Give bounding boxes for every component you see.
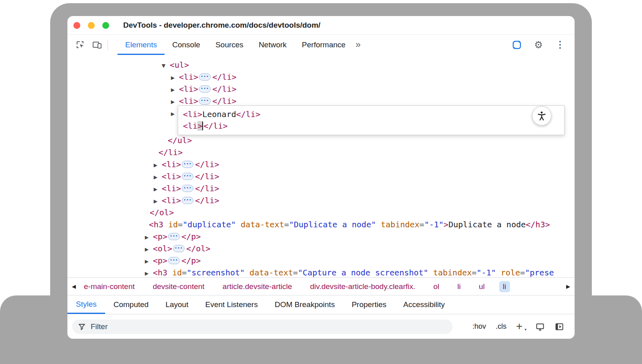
code-token: </li> <box>212 72 236 82</box>
code-token <box>428 268 433 277</box>
code-token: </li> <box>195 184 219 193</box>
sidebar-tab-event-listeners[interactable]: Event Listeners <box>197 295 266 314</box>
disclosure-arrow-icon[interactable]: ▼ <box>162 60 170 72</box>
dom-tree-line[interactable]: ▶<h3 id="screenshot" data-text="Capture … <box>145 267 554 277</box>
dom-tree-line[interactable]: ▶<li></li> <box>154 194 219 206</box>
device-toolbar-icon[interactable] <box>91 39 103 51</box>
code-token <box>496 268 501 277</box>
code-token: > <box>197 121 202 131</box>
dom-tree-line[interactable]: ▼<ul> <box>162 59 189 71</box>
toolbar-right: ⚙ ⋮ <box>511 39 566 51</box>
dom-tree-line[interactable]: <h3 id="duplicate" data-text="Duplicate … <box>149 218 550 231</box>
code-token: </ul> <box>168 135 192 145</box>
code-token: <li> <box>162 172 181 181</box>
more-tabs-button[interactable]: » <box>356 39 361 50</box>
maximize-button[interactable] <box>102 22 109 29</box>
breadcrumb-item[interactable]: e-main-content <box>80 281 138 292</box>
ellipsis-expand-button[interactable] <box>182 197 193 204</box>
inspect-element-icon[interactable] <box>75 39 86 51</box>
disclosure-arrow-icon[interactable]: ▶ <box>171 72 179 84</box>
tab-performance[interactable]: Performance <box>294 34 353 55</box>
ellipsis-expand-button[interactable] <box>168 257 180 264</box>
tab-network[interactable]: Network <box>251 34 295 55</box>
ellipsis-expand-button[interactable] <box>182 173 193 180</box>
toggle-element-state-button[interactable]: :hov <box>472 322 486 331</box>
code-token: = <box>520 268 525 277</box>
toolbar-separator <box>108 40 108 50</box>
dom-tree-line[interactable]: ▶<li></li> <box>154 158 219 170</box>
window-title: DevTools - developer.chrome.com/docs/dev… <box>123 21 321 30</box>
ellipsis-expand-button[interactable] <box>199 85 211 93</box>
ellipsis-expand-button[interactable] <box>182 161 193 168</box>
dom-tree-line[interactable]: ▶<li></li> <box>154 182 219 194</box>
breadcrumb-item[interactable]: div.devsite-article-body.clearfix. <box>307 281 419 292</box>
close-button[interactable] <box>73 22 80 29</box>
disclosure-arrow-icon[interactable]: ▶ <box>154 159 162 171</box>
code-token: "duplicate" <box>183 220 236 229</box>
code-token: id <box>172 268 182 277</box>
devtools-window: DevTools - developer.chrome.com/docs/dev… <box>67 16 575 339</box>
sidebar-tab-properties[interactable]: Properties <box>343 295 395 314</box>
tab-sources[interactable]: Sources <box>208 34 251 55</box>
code-token: = <box>182 268 187 277</box>
crumb-scroll-left-icon[interactable]: ◀ <box>67 283 80 289</box>
crumb-scroll-right-icon[interactable]: ▶ <box>562 283 575 289</box>
breadcrumb-bar: ◀ e-main-contentdevsite-contentarticle.d… <box>67 277 575 295</box>
code-token: = <box>419 220 424 229</box>
sync-icon[interactable] <box>511 39 522 51</box>
disclosure-arrow-icon[interactable]: ▶ <box>145 231 153 243</box>
disclosure-arrow-icon[interactable]: ▶ <box>154 195 162 207</box>
sidebar-tab-layout[interactable]: Layout <box>157 295 197 314</box>
title-bar: DevTools - developer.chrome.com/docs/dev… <box>67 16 575 35</box>
dom-tree-line[interactable]: ▶<p></p> <box>145 255 201 267</box>
code-token: </li> <box>203 121 228 131</box>
breadcrumb-item[interactable]: li <box>454 281 464 292</box>
ellipsis-expand-button[interactable] <box>182 185 193 192</box>
filter-bar-controls: :hov .cls +▾ <box>472 321 564 332</box>
edit-box-line[interactable]: <li></li> <box>183 120 564 132</box>
dom-tree-line[interactable]: ▶<li></li> <box>154 170 219 182</box>
disclosure-arrow-icon[interactable]: ▶ <box>154 183 162 195</box>
tab-console[interactable]: Console <box>165 34 208 55</box>
breadcrumb-item[interactable]: ol <box>430 281 443 292</box>
filter-input[interactable] <box>90 322 447 332</box>
settings-gear-icon[interactable]: ⚙ <box>533 39 544 51</box>
dom-tree-line[interactable]: ▶<p></p> <box>145 231 201 243</box>
breadcrumb-item[interactable]: article.devsite-article <box>219 281 296 292</box>
disclosure-arrow-icon[interactable]: ▶ <box>145 243 153 255</box>
ellipsis-expand-button[interactable] <box>168 233 180 240</box>
breadcrumb-item[interactable]: ul <box>475 281 488 292</box>
rendering-emulation-icon[interactable] <box>535 322 545 332</box>
toggle-class-button[interactable]: .cls <box>496 322 506 331</box>
ellipsis-expand-button[interactable] <box>199 97 211 105</box>
breadcrumb: e-main-contentdevsite-contentarticle.dev… <box>80 281 562 292</box>
dom-tree-line[interactable]: ▶<li></li> <box>171 71 236 83</box>
dom-tree-line[interactable]: </li> <box>158 146 183 158</box>
breadcrumb-item[interactable]: devsite-content <box>149 281 208 292</box>
sidebar-dock-toggle-icon[interactable] <box>555 322 564 332</box>
breadcrumb-item[interactable]: li <box>499 281 510 292</box>
edit-as-html-box[interactable]: <li>Leonard</li><li></li> <box>178 105 565 135</box>
dom-tree-line[interactable]: ▶<ol></ol> <box>145 243 210 255</box>
styles-filter-bar: :hov .cls +▾ <box>67 314 575 339</box>
dom-tree-line[interactable]: ▶<li></li> <box>171 83 236 95</box>
ellipsis-expand-button[interactable] <box>173 245 185 252</box>
disclosure-arrow-icon[interactable]: ▶ <box>154 171 162 183</box>
edit-box-line[interactable]: <li>Leonard</li> <box>183 109 564 120</box>
tab-elements[interactable]: Elements <box>118 34 165 55</box>
filter-field[interactable] <box>72 320 453 334</box>
minimize-button[interactable] <box>88 22 95 29</box>
sidebar-tab-accessibility[interactable]: Accessibility <box>395 295 453 314</box>
disclosure-arrow-icon[interactable]: ▶ <box>145 267 153 278</box>
disclosure-arrow-icon[interactable]: ▶ <box>145 255 153 267</box>
disclosure-arrow-icon[interactable]: ▶ <box>171 84 179 96</box>
sidebar-tab-styles[interactable]: Styles <box>67 295 105 314</box>
dom-tree-line[interactable]: </ol> <box>150 206 174 218</box>
new-style-rule-button[interactable]: +▾ <box>516 321 526 332</box>
sidebar-tab-dom-breakpoints[interactable]: DOM Breakpoints <box>266 295 343 314</box>
sidebar-tab-computed[interactable]: Computed <box>105 295 157 314</box>
ellipsis-expand-button[interactable] <box>199 73 211 81</box>
accessibility-button[interactable] <box>532 106 551 125</box>
dom-tree-line[interactable]: </ul> <box>168 134 192 146</box>
kebab-menu-icon[interactable]: ⋮ <box>555 39 566 51</box>
